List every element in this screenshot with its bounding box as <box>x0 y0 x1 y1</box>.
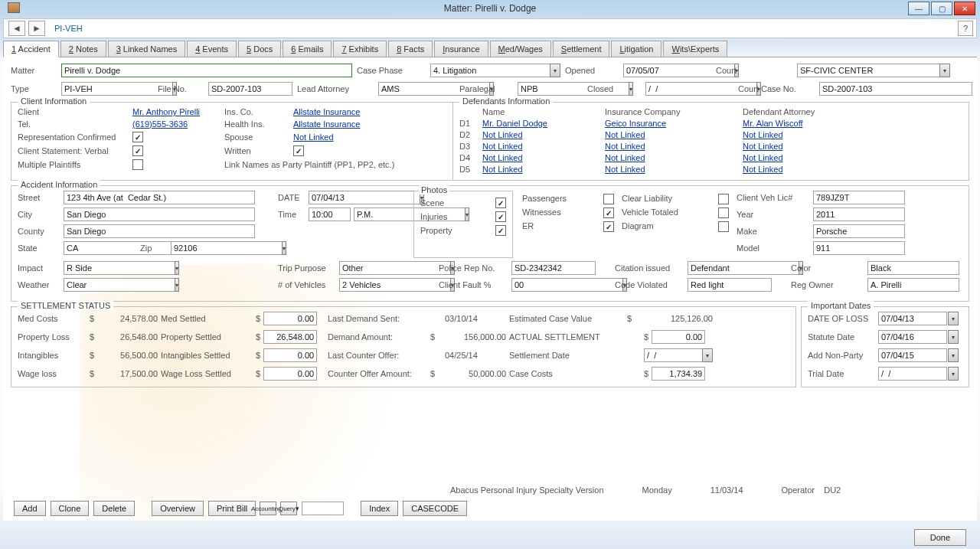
tab-settlement[interactable]: Settlement <box>553 41 610 57</box>
def-name-link[interactable]: Not Linked <box>482 142 605 151</box>
addnp-input[interactable] <box>878 348 947 362</box>
tab-8facts[interactable]: 8 Facts <box>388 41 433 57</box>
city-input[interactable] <box>64 208 255 221</box>
intset-input[interactable] <box>263 348 317 362</box>
query-input[interactable] <box>302 502 344 515</box>
court-input[interactable] <box>797 64 940 77</box>
propset-input[interactable] <box>263 330 317 344</box>
dol-input[interactable] <box>878 312 947 325</box>
regowner-input[interactable] <box>867 278 959 292</box>
make-input[interactable] <box>813 224 905 238</box>
matter-input[interactable] <box>61 64 352 77</box>
trial-dropdown-icon[interactable]: ▾ <box>948 367 959 381</box>
tab-5docs[interactable]: 5 Docs <box>238 41 281 57</box>
overview-button[interactable]: Overview <box>152 501 204 516</box>
code-input[interactable] <box>688 278 772 292</box>
add-button[interactable]: Add <box>14 501 46 516</box>
def-ins-link[interactable]: Geico Insurance <box>605 119 743 128</box>
court-dropdown-icon[interactable]: ▾ <box>939 64 950 77</box>
index-button[interactable]: Index <box>361 501 398 516</box>
def-att-link[interactable]: Not Linked <box>743 153 865 162</box>
minimize-button[interactable]: — <box>908 2 929 15</box>
street-input[interactable] <box>64 191 255 204</box>
impact-input[interactable] <box>64 261 175 275</box>
wageset-input[interactable] <box>263 367 317 381</box>
spouse-link[interactable]: Not Linked <box>293 132 446 142</box>
clearliab-checkbox[interactable] <box>718 194 729 204</box>
delete-button[interactable]: Delete <box>93 501 135 516</box>
county-input[interactable] <box>64 224 255 238</box>
def-name-link[interactable]: Not Linked <box>482 153 605 162</box>
tel-link[interactable]: (619)555-3636 <box>132 119 224 129</box>
er-checkbox[interactable] <box>603 221 614 232</box>
def-ins-link[interactable]: Not Linked <box>605 142 743 151</box>
written-checkbox[interactable] <box>293 145 304 156</box>
client-link[interactable]: Mr. Anthony Pirelli <box>132 107 224 116</box>
insco-link[interactable]: Allstate Insurance <box>293 107 446 116</box>
ccn-input[interactable] <box>819 82 972 96</box>
setdate-input[interactable] <box>644 348 703 362</box>
weather-dropdown-icon[interactable]: ▾ <box>175 278 179 292</box>
diagram-checkbox[interactable] <box>718 221 729 232</box>
medset-input[interactable] <box>263 312 317 325</box>
multi-checkbox[interactable] <box>132 159 143 170</box>
def-name-link[interactable]: Mr. Daniel Dodge <box>482 119 605 128</box>
health-link[interactable]: Allstate Insurance <box>293 119 446 129</box>
tab-6emails[interactable]: 6 Emails <box>283 41 332 57</box>
trip-input[interactable] <box>339 261 451 275</box>
def-ins-link[interactable]: Not Linked <box>605 165 743 174</box>
model-input[interactable] <box>813 241 905 255</box>
tab-2notes[interactable]: 2 Notes <box>60 41 106 57</box>
help-button[interactable]: ? <box>958 21 973 36</box>
scene-checkbox[interactable] <box>495 198 506 208</box>
back-button[interactable]: ◄ <box>8 21 25 36</box>
tab-3linked-names[interactable]: 3 Linked Names <box>108 41 186 57</box>
tab-insurance[interactable]: Insurance <box>434 41 488 57</box>
clone-button[interactable]: Clone <box>51 501 90 516</box>
time-input[interactable] <box>309 208 351 221</box>
stat-input[interactable] <box>878 330 947 344</box>
casephase-input[interactable] <box>430 64 550 77</box>
dol-dropdown-icon[interactable]: ▾ <box>948 312 959 325</box>
vehtot-checkbox[interactable] <box>718 208 729 218</box>
zip-input[interactable] <box>171 241 283 255</box>
forward-button[interactable]: ► <box>28 21 45 36</box>
maximize-button[interactable]: ▢ <box>931 2 952 15</box>
year-input[interactable] <box>813 208 905 221</box>
property-checkbox[interactable] <box>495 225 506 236</box>
def-name-link[interactable]: Not Linked <box>482 130 605 139</box>
vehlic-input[interactable] <box>813 191 905 204</box>
weather-input[interactable] <box>64 278 175 292</box>
date-input[interactable] <box>309 191 420 204</box>
numveh-input[interactable] <box>339 278 451 292</box>
def-ins-link[interactable]: Not Linked <box>605 153 743 162</box>
fault-input[interactable] <box>511 278 623 292</box>
casecode-button[interactable]: CASECODE <box>403 501 467 516</box>
fileno-input[interactable] <box>208 82 292 96</box>
rep-checkbox[interactable] <box>132 132 143 142</box>
close-button[interactable]: ✕ <box>954 2 975 15</box>
done-button[interactable]: Done <box>914 529 966 546</box>
tab-med-wages[interactable]: Med/Wages <box>490 41 551 57</box>
color-input[interactable] <box>867 261 959 275</box>
def-att-link[interactable]: Not Linked <box>743 130 865 139</box>
toolbar-pi-veh[interactable]: PI-VEH <box>54 24 83 33</box>
printbill-button[interactable]: Print Bill <box>208 501 256 516</box>
actual-input[interactable] <box>652 330 705 344</box>
query-button[interactable]: Query <box>280 502 297 515</box>
def-att-link[interactable]: Not Linked <box>743 165 865 174</box>
addnp-dropdown-icon[interactable]: ▾ <box>948 348 959 362</box>
trial-input[interactable] <box>878 367 947 381</box>
tab-4events[interactable]: 4 Events <box>187 41 237 57</box>
passengers-checkbox[interactable] <box>603 194 614 204</box>
stmt-checkbox[interactable] <box>132 145 143 156</box>
stat-dropdown-icon[interactable]: ▾ <box>948 330 959 344</box>
casephase-dropdown-icon[interactable]: ▾ <box>550 64 560 77</box>
tab-7exhibits[interactable]: 7 Exhibits <box>333 41 387 57</box>
witnesses-checkbox[interactable] <box>603 208 614 218</box>
accounting-button[interactable]: Accounting <box>260 502 276 515</box>
injuries-checkbox[interactable] <box>495 211 506 222</box>
def-att-link[interactable]: Mr. Alan Wiscoff <box>743 119 865 128</box>
tab-1accident[interactable]: 1 Accident <box>3 41 59 57</box>
police-input[interactable] <box>511 261 596 275</box>
